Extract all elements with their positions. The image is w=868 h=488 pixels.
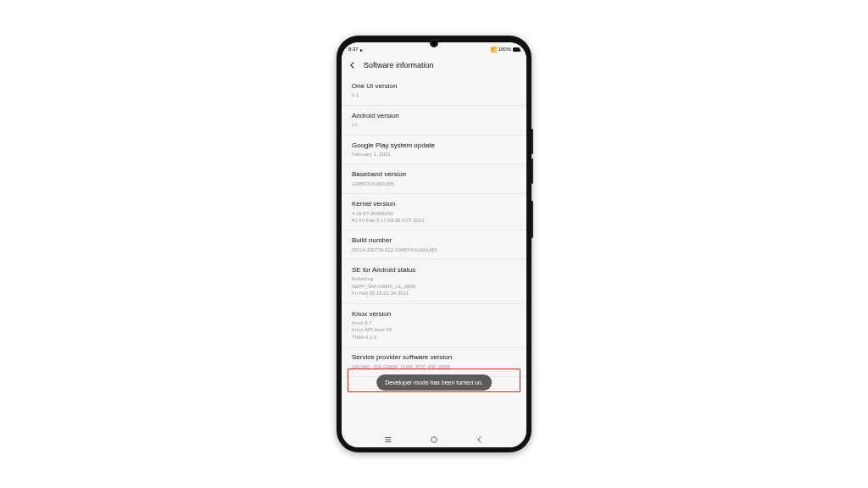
list-item[interactable]: Service provider software version SAOMC_… [342,347,526,377]
list-item[interactable]: Knox version Knox 3.7 Knox API level 33 … [342,304,526,348]
battery-percent: 100% [498,47,511,52]
volume-up-button[interactable] [531,129,533,154]
item-label: Google Play system update [352,141,516,150]
header: Software information [342,56,526,76]
battery-icon [513,47,520,52]
item-value: February 1, 2021 [352,151,516,158]
toast-message: Developer mode has been turned on. [376,374,492,391]
video-icon: ▸ [360,47,363,53]
item-value: RP1A.200720.012.G985FXXU6DUB5 [352,247,516,253]
list-item[interactable]: Kernel version 4.19.87-20939239 #1 Fri F… [342,194,526,230]
item-value: SAOMC_SM-G985F_OXM_XTC_RR_0008 [352,363,516,370]
signal-icon: 📶 [491,47,497,53]
list-item[interactable]: Android version 11 [342,106,526,136]
list-item[interactable]: SE for Android status Enforcing SEPF_SM-… [342,260,526,304]
item-label: Baseband version [352,170,516,179]
status-time: 8:37 [348,47,359,52]
toast-text: Developer mode has been turned on. [385,380,483,385]
power-button[interactable] [531,201,533,238]
item-value: Knox 3.7 Knox API level 33 TIMA 4.1.0 [352,319,516,341]
front-camera [430,39,438,47]
item-value: Enforcing SEPF_SM-G985F_11_0008 Fri Feb … [352,275,516,297]
item-value: 4.19.87-20939239 #1 Fri Feb 5 17:58:30 K… [352,210,516,225]
phone-frame: 8:37 ▸ 📶 100% Software information One U… [337,36,531,452]
item-label: Service provider software version [352,353,516,362]
settings-list[interactable]: One UI version 3.1 Android version 11 Go… [342,76,526,432]
item-value: G985FXXU6DUB5 [352,180,516,187]
item-value: 11 [352,121,516,128]
page-title: Software information [364,61,434,69]
volume-down-button[interactable] [531,158,533,184]
item-value: 3.1 [352,92,516,98]
home-button[interactable] [428,434,440,446]
item-label: Android version [352,112,516,120]
item-label: Kernel version [352,200,516,208]
screen: 8:37 ▸ 📶 100% Software information One U… [342,42,526,447]
list-item[interactable]: Build number RP1A.200720.012.G985FXXU6DU… [342,230,526,260]
svg-rect-3 [431,437,437,442]
item-label: Build number [352,236,516,245]
back-button[interactable] [474,434,486,446]
list-item[interactable]: Google Play system update February 1, 20… [342,136,526,165]
list-item[interactable]: Baseband version G985FXXU6DUB5 [342,164,526,194]
nav-bar [342,432,526,447]
item-label: SE for Android status [352,266,516,274]
item-label: Knox version [352,310,516,319]
back-icon[interactable] [348,61,357,69]
list-item[interactable]: One UI version 3.1 [342,76,526,106]
item-label: One UI version [352,82,516,91]
recent-apps-button[interactable] [382,434,394,446]
